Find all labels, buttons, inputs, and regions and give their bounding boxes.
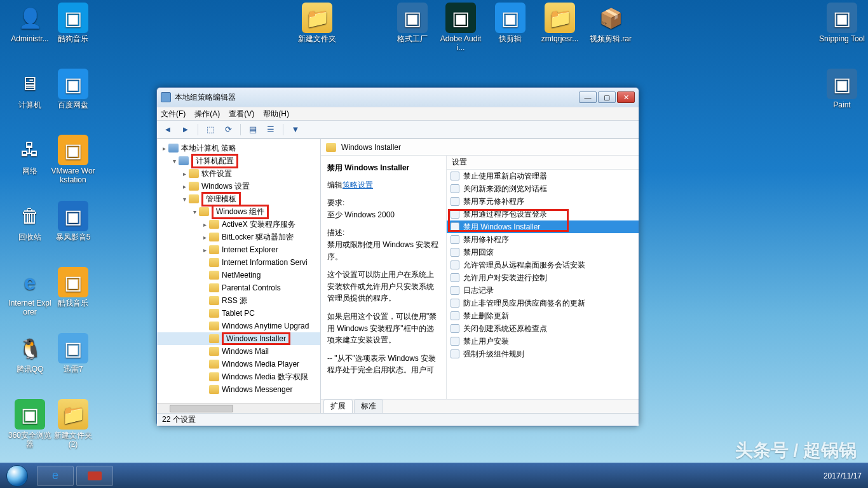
tree-node[interactable]: ▸BitLocker 驱动器加密 bbox=[157, 231, 320, 243]
setting-row[interactable]: 禁用 Windows Installer bbox=[447, 220, 639, 233]
taskbar-ie[interactable]: e bbox=[37, 466, 74, 486]
detail-tabs: 扩展 标准 bbox=[321, 399, 639, 413]
desktop-icon-administrator[interactable]: 👤Administr... bbox=[6, 3, 53, 43]
desktop-icon-vmware[interactable]: ▣VMware Workstation bbox=[50, 135, 97, 184]
description-pane: 禁用 Windows Installer 编辑策略设置 要求: 至少 Windo… bbox=[321, 156, 447, 399]
menubar: 文件(F)操作(A)查看(V)帮助(H) bbox=[157, 107, 639, 121]
tree-node[interactable]: ▾计算机配置 bbox=[157, 154, 320, 167]
desktop-icon-paint[interactable]: ▣Paint bbox=[818, 69, 865, 109]
desktop-icon-kwmusic[interactable]: ▣酷我音乐 bbox=[50, 267, 97, 308]
taskbar: e 2017/11/17 bbox=[0, 463, 868, 488]
menu-item[interactable]: 帮助(H) bbox=[263, 109, 289, 119]
setting-row[interactable]: 禁用享元修补程序 bbox=[447, 195, 639, 208]
desktop-icon-newfolder1[interactable]: 📁新建文件夹 bbox=[294, 3, 341, 43]
req-label: 要求: bbox=[327, 197, 440, 209]
minimize-button[interactable]: — bbox=[579, 92, 597, 103]
watermark: 头条号 / 超锅锅 bbox=[735, 438, 857, 463]
setting-row[interactable]: 禁止删除更新 bbox=[447, 309, 639, 322]
up-button[interactable]: ⬚ bbox=[203, 123, 217, 137]
export-button[interactable]: ▤ bbox=[246, 123, 260, 137]
desktop-icon-kugou[interactable]: ▣酷狗音乐 bbox=[50, 3, 97, 43]
desc3: 如果启用这个设置，可以使用"禁用 Windows 安装程序"框中的选项来建立安装… bbox=[327, 311, 440, 346]
menu-item[interactable]: 文件(F) bbox=[161, 109, 186, 119]
tab-extended[interactable]: 扩展 bbox=[323, 399, 353, 413]
desktop-icon-computer[interactable]: 🖥计算机 bbox=[6, 69, 53, 109]
start-button[interactable] bbox=[0, 463, 34, 489]
tree-node[interactable]: ▸软件设置 bbox=[157, 167, 320, 180]
tree-node[interactable]: Windows Media 数字权限 bbox=[157, 370, 320, 383]
tree-node[interactable]: Internet Information Servi bbox=[157, 256, 320, 269]
desktop-icon-baofeng[interactable]: ▣暴风影音5 bbox=[50, 201, 97, 241]
setting-title: 禁用 Windows Installer bbox=[327, 162, 440, 174]
maximize-button[interactable]: ▢ bbox=[598, 92, 616, 103]
tree-node[interactable]: NetMeeting bbox=[157, 269, 320, 281]
tree-node[interactable]: Tablet PC bbox=[157, 307, 320, 320]
desktop-icon-360[interactable]: ▣360安全浏览器 bbox=[6, 399, 53, 449]
setting-row[interactable]: 禁用通过程序包设置登录 bbox=[447, 208, 639, 220]
menu-item[interactable]: 查看(V) bbox=[229, 109, 254, 119]
edit-policy-link[interactable]: 策略设置 bbox=[342, 180, 373, 189]
tree-node[interactable]: Windows Media Player bbox=[157, 358, 320, 370]
tree-node[interactable]: ▾管理模板 bbox=[157, 193, 320, 205]
filter-button[interactable]: ▼ bbox=[288, 123, 302, 137]
detail-title: Windows Installer bbox=[341, 143, 401, 152]
desktop-icon-recycle[interactable]: 🗑回收站 bbox=[6, 201, 53, 241]
detail-pane: Windows Installer 禁用 Windows Installer 编… bbox=[321, 139, 639, 413]
tree-node[interactable]: ▾Windows 组件 bbox=[157, 205, 320, 218]
refresh-button[interactable]: ⟳ bbox=[221, 123, 235, 137]
edit-label: 编辑 bbox=[327, 180, 342, 189]
tree-node[interactable]: RSS 源 bbox=[157, 294, 320, 307]
desc-label: 描述: bbox=[327, 227, 440, 239]
req-text: 至少 Windows 2000 bbox=[327, 209, 440, 221]
desktop-icon-snip[interactable]: ▣Snipping Tool bbox=[818, 3, 865, 43]
tree-node[interactable]: Windows Messenger bbox=[157, 383, 320, 396]
tree-hscroll[interactable] bbox=[157, 403, 320, 413]
tree-node[interactable]: ▸Internet Explorer bbox=[157, 243, 320, 256]
desktop-icon-zmt[interactable]: 📁zmtqrjesr... bbox=[536, 3, 583, 43]
tree-node[interactable]: ▸本地计算机 策略 bbox=[157, 142, 320, 154]
desktop-icon-newfolder2[interactable]: 📁新建文件夹(2) bbox=[50, 399, 97, 449]
clock[interactable]: 2017/11/17 bbox=[817, 471, 868, 480]
tab-standard[interactable]: 标准 bbox=[354, 399, 383, 413]
tree-node[interactable]: ▸Windows 设置 bbox=[157, 180, 320, 193]
column-header[interactable]: 设置 bbox=[447, 156, 639, 170]
tree-node[interactable]: Windows Anytime Upgrad bbox=[157, 320, 320, 332]
setting-row[interactable]: 允许用户对安装进行控制 bbox=[447, 271, 639, 284]
desktop-icon-baidu[interactable]: ▣百度网盘 bbox=[50, 69, 97, 109]
setting-row[interactable]: 禁止使用重新启动管理器 bbox=[447, 170, 639, 182]
properties-button[interactable]: ☰ bbox=[264, 123, 278, 137]
tree-node[interactable]: Parental Controls bbox=[157, 281, 320, 294]
desktop-icon-ie[interactable]: eInternet Explorer bbox=[6, 267, 53, 316]
desktop-icon-format[interactable]: ▣格式工厂 bbox=[389, 3, 436, 43]
setting-row[interactable]: 禁止用户安装 bbox=[447, 335, 639, 348]
tree-node[interactable]: Windows Mail bbox=[157, 345, 320, 358]
tree-node[interactable]: Windows Installer bbox=[157, 332, 320, 345]
desktop-icon-video[interactable]: 📦视频剪辑.rar bbox=[587, 3, 634, 43]
close-button[interactable]: ✕ bbox=[617, 92, 635, 103]
setting-row[interactable]: 禁用修补程序 bbox=[447, 233, 639, 246]
setting-row[interactable]: 关闭创建系统还原检查点 bbox=[447, 322, 639, 335]
setting-row[interactable]: 强制升级组件规则 bbox=[447, 348, 639, 360]
desktop-icon-audition[interactable]: ▣Adobe Auditi... bbox=[437, 3, 484, 52]
setting-row[interactable]: 禁用回滚 bbox=[447, 246, 639, 259]
desc4: -- "从不"选项表示 Windows 安装程序处于完全启用状态。用户可 bbox=[327, 353, 440, 376]
setting-row[interactable]: 关闭新来源的浏览对话框 bbox=[447, 182, 639, 195]
setting-row[interactable]: 允许管理员从远程桌面服务会话安装 bbox=[447, 259, 639, 271]
forward-button[interactable]: ► bbox=[179, 123, 193, 137]
status-bar: 22 个设置 bbox=[157, 413, 639, 426]
setting-row[interactable]: 防止非管理员应用供应商签名的更新 bbox=[447, 297, 639, 309]
desktop-icon-kuaijian[interactable]: ▣快剪辑 bbox=[487, 3, 534, 43]
tree-pane: ▸本地计算机 策略▾计算机配置▸软件设置▸Windows 设置▾管理模板▾Win… bbox=[157, 139, 321, 413]
folder-icon bbox=[326, 143, 336, 152]
back-button[interactable]: ◄ bbox=[161, 123, 175, 137]
desktop-icon-xunlei[interactable]: ▣迅雷7 bbox=[50, 333, 97, 374]
taskbar-toolbox[interactable] bbox=[76, 466, 113, 486]
titlebar[interactable]: 本地组策略编辑器 — ▢ ✕ bbox=[157, 88, 639, 107]
desktop-icon-network[interactable]: 🖧网络 bbox=[6, 135, 53, 175]
tree-node[interactable]: ▸ActiveX 安装程序服务 bbox=[157, 218, 320, 231]
menu-item[interactable]: 操作(A) bbox=[194, 109, 220, 119]
setting-row[interactable]: 日志记录 bbox=[447, 284, 639, 297]
desktop-icon-qq[interactable]: 🐧腾讯QQ bbox=[6, 333, 53, 374]
toolbar: ◄ ► ⬚ ⟳ ▤ ☰ ▼ bbox=[157, 121, 639, 139]
desc1: 禁用或限制使用 Windows 安装程序。 bbox=[327, 239, 440, 262]
